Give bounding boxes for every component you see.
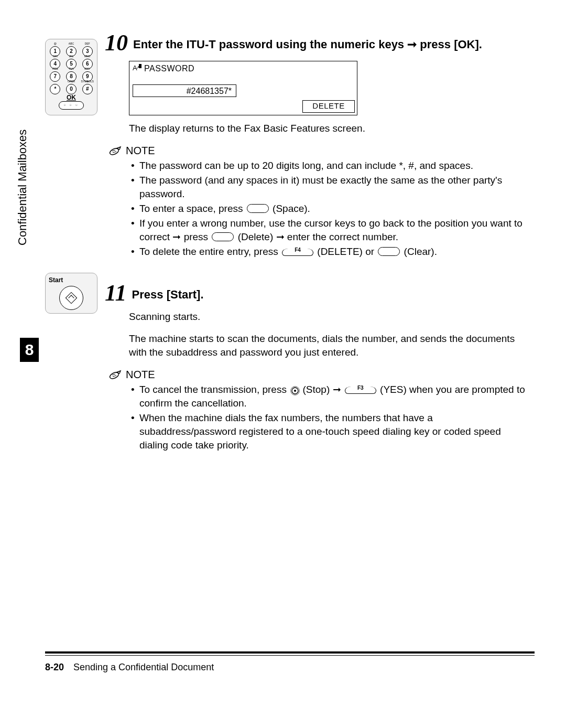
arrow-icon: ➞ <box>407 38 417 51</box>
note-text: (Space). <box>270 203 310 214</box>
note-text: To cancel the transmission, press <box>139 384 289 395</box>
kp-sub: ABC <box>64 42 79 46</box>
step-11-body2: The machine starts to scan the documents… <box>129 332 529 359</box>
note-text: (Delete) <box>235 231 276 242</box>
text-entry-icon: A <box>133 63 142 74</box>
step-10-title-b: press [OK]. <box>417 38 482 51</box>
kp-sub: WXY <box>80 68 95 71</box>
svg-line-7 <box>112 374 115 375</box>
arrow-icon: ➞ <box>276 231 285 242</box>
kp-sub: SYMBOLS <box>80 80 95 83</box>
start-illustration: Start <box>45 273 97 314</box>
ok-button-illustration: ○ ○ ○ <box>59 101 84 110</box>
f4-key-icon <box>282 249 313 256</box>
step-11: 11 Press [Start]. <box>105 283 529 304</box>
kp-sub: JKL <box>64 55 79 58</box>
step-11-heading: Press [Start]. <box>132 283 204 303</box>
note-list-2: To cancel the transmission, press (Stop)… <box>131 383 529 452</box>
pill-button-icon <box>247 204 269 213</box>
kp-key-star: * <box>50 84 60 94</box>
lcd-screen: A PASSWORD #24681357* DELETE <box>129 61 357 115</box>
chapter-number-box: 8 <box>20 338 39 362</box>
note-text: (DELETE) or <box>314 246 377 257</box>
pill-button-icon <box>212 232 234 241</box>
kp-sub: PRS <box>48 68 63 71</box>
lcd-input-value: #24681357* <box>133 84 236 97</box>
svg-rect-2 <box>139 64 142 68</box>
note-label: NOTE <box>126 145 155 157</box>
chapter-title-vertical: Confidential Mailboxes <box>16 120 31 245</box>
note-text: (Stop) <box>300 384 332 395</box>
footer-title: Sending a Confidential Document <box>73 662 214 672</box>
note-icon <box>109 370 122 380</box>
note-text: enter the correct number. <box>285 231 399 242</box>
ok-label: OK <box>48 94 95 101</box>
svg-point-3 <box>109 147 119 156</box>
note-header-2: NOTE <box>109 369 529 381</box>
start-label: Start <box>49 276 94 284</box>
pill-button-icon <box>378 247 400 256</box>
footer-page-number: 8-20 <box>45 662 64 672</box>
step-11-body1: Scanning starts. <box>129 310 529 324</box>
note-item: To cancel the transmission, press (Stop)… <box>131 383 529 410</box>
svg-line-5 <box>113 152 116 153</box>
kp-sub: DEF <box>80 42 95 46</box>
keypad-grid: @1 ABC2 DEF3 GHI4 JKL5 MNO6 PRS7 TUV8 WX… <box>48 42 95 93</box>
svg-point-11 <box>294 390 296 392</box>
kp-key-hash: # <box>82 84 93 94</box>
kp-sub: TUV <box>64 68 79 71</box>
arrow-icon: ➞ <box>333 384 341 395</box>
note-item: To delete the entire entry, press (DELET… <box>131 245 529 259</box>
note-item: The password (and any spaces in it) must… <box>131 174 529 201</box>
lcd-title: PASSWORD <box>144 64 194 73</box>
step-10: 10 Enter the ITU-T password using the nu… <box>105 33 529 53</box>
f3-key-icon <box>345 387 376 394</box>
stop-icon <box>290 386 299 394</box>
kp-sub: @ <box>48 42 63 46</box>
footer: 8-20Sending a Confidential Document <box>45 662 214 673</box>
note-list-1: The password can be up to 20 digits long… <box>131 159 529 259</box>
main-content: 10 Enter the ITU-T password using the nu… <box>105 33 529 453</box>
note-text: To enter a space, press <box>139 203 246 214</box>
svg-line-4 <box>112 150 115 151</box>
kp-sub: GHI <box>48 55 63 58</box>
note-item: To enter a space, press (Space). <box>131 202 529 216</box>
start-diamond-icon <box>66 292 78 304</box>
svg-line-8 <box>113 376 116 377</box>
lcd-delete-button: DELETE <box>302 100 355 113</box>
step-10-caption: The display returns to the Fax Basic Fea… <box>129 122 529 135</box>
note-header-1: NOTE <box>109 145 529 157</box>
note-label: NOTE <box>126 369 155 381</box>
start-button-circle <box>59 286 83 310</box>
step-10-number: 10 <box>105 33 128 53</box>
kp-key-0: 0 <box>66 84 77 94</box>
note-item: The password can be up to 20 digits long… <box>131 159 529 173</box>
note-item: When the machine dials the fax numbers, … <box>131 411 529 452</box>
svg-point-6 <box>109 371 119 380</box>
arrow-icon: ➞ <box>172 231 181 242</box>
page: Confidential Mailboxes 8 @1 ABC2 DEF3 GH… <box>0 0 566 728</box>
kp-sub: OPER <box>64 80 79 83</box>
kp-sub <box>48 80 63 83</box>
note-text: press <box>181 231 211 242</box>
chapter-title-text: Confidential Mailboxes <box>16 130 29 245</box>
step-11-block: 11 Press [Start]. Scanning starts. The m… <box>105 283 529 452</box>
step-10-title-a: Enter the ITU-T password using the numer… <box>133 38 407 51</box>
note-icon <box>109 146 122 156</box>
note-item: If you enter a wrong number, use the cur… <box>131 217 529 244</box>
keypad-illustration: @1 ABC2 DEF3 GHI4 JKL5 MNO6 PRS7 TUV8 WX… <box>45 39 97 115</box>
kp-sub: MNO <box>80 55 95 58</box>
note-text: To delete the entire entry, press <box>139 246 281 257</box>
lcd-title-row: A PASSWORD <box>133 63 354 74</box>
svg-text:A: A <box>133 64 137 72</box>
step-10-heading: Enter the ITU-T password using the numer… <box>133 33 482 52</box>
step-11-number: 11 <box>105 283 127 304</box>
chapter-number: 8 <box>25 341 34 358</box>
footer-rule <box>45 651 535 656</box>
note-text: (Clear). <box>401 246 437 257</box>
